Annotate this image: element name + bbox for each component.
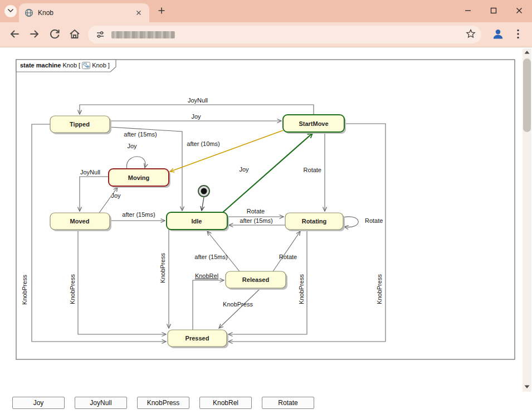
transition-label: after (15ms) xyxy=(240,217,272,224)
globe-icon xyxy=(25,8,33,17)
window-controls xyxy=(455,0,532,22)
close-icon xyxy=(516,7,523,16)
tab-close-button[interactable] xyxy=(134,8,144,18)
knobrel-button[interactable]: KnobRel xyxy=(199,397,252,409)
transition-label: JoyNull xyxy=(80,169,100,176)
state-released: Released xyxy=(226,271,287,290)
close-icon xyxy=(136,9,141,17)
scrollbar-up-button[interactable] xyxy=(523,48,531,57)
three-dot-menu-icon xyxy=(511,27,525,42)
back-button[interactable] xyxy=(6,26,23,43)
menu-button[interactable] xyxy=(510,26,526,43)
transition-label: Joy xyxy=(111,192,121,199)
profile-button[interactable] xyxy=(489,26,507,43)
transition-label: KnobPress xyxy=(159,253,166,283)
forward-button[interactable] xyxy=(26,26,43,43)
chevron-down-icon xyxy=(6,6,15,17)
transition-label: KnobPress xyxy=(223,301,253,308)
browser-window: Knob xyxy=(0,0,532,419)
frame-keyword: state machine xyxy=(20,62,61,69)
transition-label: after (15ms) xyxy=(194,254,227,260)
frame-bracket-close: ] xyxy=(108,62,110,69)
scrollbar-down-button[interactable] xyxy=(523,383,531,392)
tab-search-button[interactable] xyxy=(4,5,17,17)
transition-label: after (10ms) xyxy=(187,140,219,147)
joy-button[interactable]: Joy xyxy=(12,397,65,409)
transition-label: KnobPress xyxy=(376,274,383,304)
knobpress-button[interactable]: KnobPress xyxy=(137,397,189,409)
state-moved: Moved xyxy=(50,213,111,231)
transition-label: KnobPress xyxy=(298,274,305,304)
rotate-button[interactable]: Rotate xyxy=(262,397,314,409)
new-tab-button[interactable] xyxy=(155,4,168,18)
state-moving: Moving xyxy=(109,169,170,188)
transition-label: Rotate xyxy=(365,217,383,224)
transition-label: KnobPress xyxy=(69,274,76,304)
reload-icon xyxy=(48,27,61,42)
transition-label: Joy xyxy=(191,113,201,120)
home-icon xyxy=(68,27,81,42)
svg-text:StartMove: StartMove xyxy=(299,120,328,127)
site-info-icon[interactable] xyxy=(95,29,106,40)
bookmark-star-button[interactable] xyxy=(465,28,477,41)
transition-label: KnobRel xyxy=(195,272,218,279)
transition-label: Joy xyxy=(239,166,249,173)
frame-inner-name: Knob xyxy=(92,62,106,69)
close-window-button[interactable] xyxy=(506,0,532,22)
joynull-button[interactable]: JoyNull xyxy=(75,397,127,409)
state-machine-icon xyxy=(82,62,90,69)
transition-label: Rotate xyxy=(304,167,321,173)
plus-icon xyxy=(157,6,166,17)
address-bar[interactable] xyxy=(88,26,481,43)
transition-label: Rotate xyxy=(279,254,297,260)
initial-state xyxy=(198,186,209,197)
svg-text:Rotating: Rotating xyxy=(302,218,327,225)
transition-label: Rotate xyxy=(247,208,265,215)
svg-text:Tipped: Tipped xyxy=(70,121,90,128)
svg-text:Released: Released xyxy=(242,276,269,283)
transition-label: Joy xyxy=(127,143,137,149)
transition-label: KnobPress xyxy=(21,275,28,305)
forward-icon xyxy=(28,27,41,42)
arrow-up-icon xyxy=(523,49,531,57)
frame-name: Knob xyxy=(62,62,77,69)
home-button[interactable] xyxy=(66,26,84,43)
state-pressed: Pressed xyxy=(168,330,228,348)
maximize-icon xyxy=(490,7,497,16)
arrow-down-icon xyxy=(523,383,531,392)
state-tipped: Tipped xyxy=(50,116,111,134)
state-startmove: StartMove xyxy=(283,115,346,134)
event-button-row: Joy JoyNull KnobPress KnobRel Rotate xyxy=(12,397,314,409)
transition-label: JoyNull xyxy=(188,97,208,104)
transition-label: after (15ms) xyxy=(122,211,155,218)
state-rotating: Rotating xyxy=(285,213,345,231)
minimize-button[interactable] xyxy=(455,0,481,22)
transition-label: after (15ms) xyxy=(124,131,157,138)
frame-heading: state machine Knob [ Knob ] xyxy=(20,61,110,70)
tab-title: Knob xyxy=(38,9,134,17)
svg-text:Moved: Moved xyxy=(70,218,90,225)
back-icon xyxy=(8,27,21,42)
star-icon xyxy=(465,28,476,41)
state-idle: Idle xyxy=(167,212,229,231)
frame-bracket-open: [ xyxy=(79,62,80,69)
browser-toolbar xyxy=(0,22,532,47)
obscured-url-text xyxy=(111,31,175,38)
svg-text:Moving: Moving xyxy=(128,174,150,181)
scrollbar-thumb[interactable] xyxy=(523,59,531,132)
vertical-scrollbar[interactable] xyxy=(523,48,531,392)
state-machine-diagram: JoyNull Joy after (15ms) after (10ms) Jo… xyxy=(16,59,515,360)
maximize-button[interactable] xyxy=(481,0,506,22)
svg-text:Pressed: Pressed xyxy=(186,335,209,342)
page-content: JoyNull Joy after (15ms) after (10ms) Jo… xyxy=(0,47,532,419)
minimize-icon xyxy=(465,7,471,16)
svg-text:Idle: Idle xyxy=(192,218,202,225)
tab-strip: Knob xyxy=(0,0,532,22)
reload-button[interactable] xyxy=(46,26,64,43)
profile-icon xyxy=(491,27,505,42)
browser-tab[interactable]: Knob xyxy=(19,3,149,22)
